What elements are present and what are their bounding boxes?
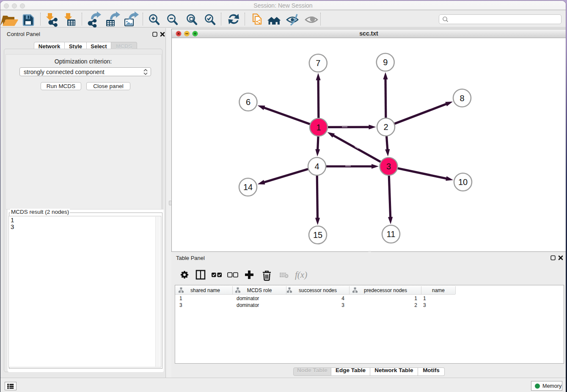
svg-text:10: 10 xyxy=(458,177,468,187)
svg-text:1: 1 xyxy=(316,123,321,132)
svg-text:f(x): f(x) xyxy=(295,270,307,280)
svg-text:9: 9 xyxy=(383,58,388,67)
svg-text:name: name xyxy=(432,287,445,293)
svg-text:3: 3 xyxy=(386,162,391,171)
svg-text:2: 2 xyxy=(383,122,388,132)
svg-text:6: 6 xyxy=(246,97,250,107)
svg-text:MCDS role: MCDS role xyxy=(247,287,272,293)
svg-text:4: 4 xyxy=(314,162,319,171)
svg-text:8: 8 xyxy=(460,94,464,103)
svg-text:successor nodes: successor nodes xyxy=(299,287,337,293)
svg-text:7: 7 xyxy=(316,58,320,68)
svg-text:predecessor nodes: predecessor nodes xyxy=(364,287,407,293)
svg-text:15: 15 xyxy=(313,230,322,240)
svg-text:shared name: shared name xyxy=(190,287,220,293)
svg-text:11: 11 xyxy=(387,229,396,239)
svg-text:14: 14 xyxy=(243,182,253,192)
